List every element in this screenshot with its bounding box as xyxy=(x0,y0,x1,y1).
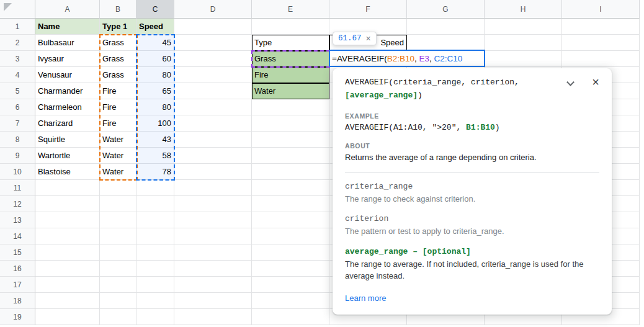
cell-A19[interactable] xyxy=(35,309,100,325)
cell-E18[interactable] xyxy=(252,293,329,309)
cell-B9[interactable]: Water xyxy=(100,148,136,164)
cell-D6[interactable] xyxy=(174,99,252,115)
row-header-3[interactable]: 3 xyxy=(0,51,35,67)
cell-A16[interactable] xyxy=(35,261,100,277)
row-header-6[interactable]: 6 xyxy=(0,99,35,115)
cell-E13[interactable] xyxy=(252,212,329,228)
cell-A18[interactable] xyxy=(35,293,100,309)
cell-B17[interactable] xyxy=(100,277,136,293)
cell-E4[interactable]: Fire xyxy=(252,67,329,83)
row-header-9[interactable]: 9 xyxy=(0,148,35,164)
cell-A4[interactable]: Venusaur xyxy=(35,67,100,83)
cell-E14[interactable] xyxy=(252,228,329,244)
cell-E12[interactable] xyxy=(252,196,329,212)
row-header-2[interactable]: 2 xyxy=(0,35,35,51)
cell-D1[interactable] xyxy=(174,19,252,35)
cell-C3[interactable]: 60 xyxy=(136,51,174,67)
row-header-10[interactable]: 10 xyxy=(0,164,35,180)
cell-C18[interactable] xyxy=(136,293,174,309)
column-header-A[interactable]: A xyxy=(35,0,100,19)
cell-C15[interactable] xyxy=(136,244,174,261)
cell-C13[interactable] xyxy=(136,212,174,228)
cell-B13[interactable] xyxy=(100,212,136,228)
row-header-5[interactable]: 5 xyxy=(0,83,35,99)
cell-E6[interactable] xyxy=(252,99,329,115)
cell-B16[interactable] xyxy=(100,261,136,277)
cell-E17[interactable] xyxy=(252,277,329,293)
cell-E2[interactable]: Type xyxy=(252,35,329,51)
cell-B19[interactable] xyxy=(100,309,136,325)
cell-B3[interactable]: Grass xyxy=(100,51,136,67)
row-header-18[interactable]: 18 xyxy=(0,293,35,309)
cell-D16[interactable] xyxy=(174,261,252,277)
cell-C6[interactable]: 80 xyxy=(136,99,174,115)
cell-E15[interactable] xyxy=(252,244,329,261)
column-header-I[interactable]: I xyxy=(562,0,640,19)
row-header-11[interactable]: 11 xyxy=(0,180,35,196)
row-header-15[interactable]: 15 xyxy=(0,244,35,261)
cell-D14[interactable] xyxy=(174,228,252,244)
column-header-E[interactable]: E xyxy=(252,0,329,19)
cell-C9[interactable]: 58 xyxy=(136,148,174,164)
learn-more-link[interactable]: Learn more xyxy=(345,293,386,303)
row-header-8[interactable]: 8 xyxy=(0,132,35,148)
row-header-13[interactable]: 13 xyxy=(0,212,35,228)
cell-D9[interactable] xyxy=(174,148,252,164)
cell-D15[interactable] xyxy=(174,244,252,261)
cell-E9[interactable] xyxy=(252,148,329,164)
cell-A5[interactable]: Charmander xyxy=(35,83,100,99)
cell-A2[interactable]: Bulbasaur xyxy=(35,35,100,51)
cell-D17[interactable] xyxy=(174,277,252,293)
cell-A15[interactable] xyxy=(35,244,100,261)
cell-B5[interactable]: Fire xyxy=(100,83,136,99)
cell-C16[interactable] xyxy=(136,261,174,277)
cell-D18[interactable] xyxy=(174,293,252,309)
column-header-G[interactable]: G xyxy=(407,0,485,19)
chevron-down-icon[interactable] xyxy=(566,78,575,86)
cell-C12[interactable] xyxy=(136,196,174,212)
cell-C14[interactable] xyxy=(136,228,174,244)
cell-E19[interactable] xyxy=(252,309,329,325)
cell-I2[interactable] xyxy=(562,35,640,51)
cell-H3[interactable] xyxy=(485,51,562,67)
cell-B14[interactable] xyxy=(100,228,136,244)
cell-C5[interactable]: 65 xyxy=(136,83,174,99)
cell-G2[interactable] xyxy=(407,35,485,51)
cell-A10[interactable]: Blastoise xyxy=(35,164,100,180)
cell-A9[interactable]: Wartortle xyxy=(35,148,100,164)
cell-D11[interactable] xyxy=(174,180,252,196)
cell-C11[interactable] xyxy=(136,180,174,196)
cell-C10[interactable]: 78 xyxy=(136,164,174,180)
cell-C17[interactable] xyxy=(136,277,174,293)
cell-C7[interactable]: 100 xyxy=(136,115,174,132)
cell-G1[interactable] xyxy=(407,19,485,35)
cell-A11[interactable] xyxy=(35,180,100,196)
cell-E11[interactable] xyxy=(252,180,329,196)
cell-A6[interactable]: Charmeleon xyxy=(35,99,100,115)
cell-E7[interactable] xyxy=(252,115,329,132)
cell-A1[interactable]: Name xyxy=(35,19,100,35)
cell-E8[interactable] xyxy=(252,132,329,148)
row-header-14[interactable]: 14 xyxy=(0,228,35,244)
row-header-4[interactable]: 4 xyxy=(0,67,35,83)
cell-A17[interactable] xyxy=(35,277,100,293)
tooltip-close-icon[interactable]: × xyxy=(366,34,371,43)
cell-D13[interactable] xyxy=(174,212,252,228)
cell-I3[interactable] xyxy=(562,51,640,67)
cell-B12[interactable] xyxy=(100,196,136,212)
cell-A13[interactable] xyxy=(35,212,100,228)
column-header-F[interactable]: F xyxy=(329,0,407,19)
cell-B2[interactable]: Grass xyxy=(100,35,136,51)
select-all-corner[interactable] xyxy=(0,0,35,19)
row-header-16[interactable]: 16 xyxy=(0,261,35,277)
cell-D4[interactable] xyxy=(174,67,252,83)
row-header-19[interactable]: 19 xyxy=(0,309,35,325)
cell-E16[interactable] xyxy=(252,261,329,277)
cell-C1[interactable]: Speed xyxy=(136,19,174,35)
cell-B10[interactable]: Water xyxy=(100,164,136,180)
cell-A12[interactable] xyxy=(35,196,100,212)
close-icon[interactable]: × xyxy=(592,76,599,88)
row-header-12[interactable]: 12 xyxy=(0,196,35,212)
cell-B8[interactable]: Water xyxy=(100,132,136,148)
cell-H2[interactable] xyxy=(485,35,562,51)
